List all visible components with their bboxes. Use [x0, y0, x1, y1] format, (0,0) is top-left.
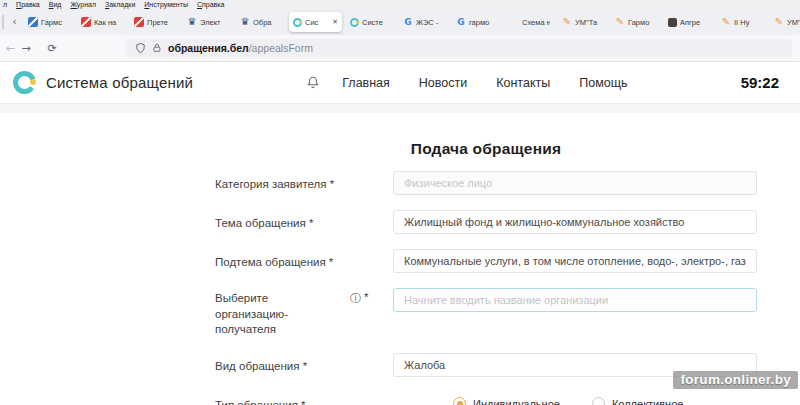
url-domain: обращения.бел [168, 42, 249, 54]
topic-label: Тема обращения * [215, 210, 393, 234]
menu-item[interactable]: Журнал [70, 1, 96, 8]
nav-link[interactable]: Помощь [579, 76, 627, 90]
info-icon[interactable]: ⓘ [350, 291, 361, 306]
browser-tab[interactable]: УМ"Та [770, 12, 800, 32]
url-toolbar: ← → ⟳ обращения.бел /appealsForm [0, 35, 800, 62]
browser-tab[interactable]: Элект [183, 12, 232, 32]
browser-tab[interactable]: Сис ✕ [289, 12, 342, 32]
form-row-topic: Тема обращения * [215, 210, 757, 234]
url-text[interactable]: обращения.бел /appealsForm [168, 42, 313, 54]
browser-tab[interactable]: ЖЭС - [399, 12, 448, 32]
radio-icon[interactable] [592, 397, 605, 405]
menu-item[interactable]: Справка [197, 1, 224, 8]
watermark: forum.onliner.by [673, 371, 798, 389]
tab-favicon [28, 17, 38, 27]
category-label: Категория заявителя * [215, 171, 393, 195]
tab-favicon [240, 17, 250, 27]
tab-title: Гармо [628, 18, 656, 27]
subtopic-label: Подтема обращения * [215, 249, 393, 273]
tab-favicon [456, 17, 466, 27]
tab-title: ЖЭС - [416, 18, 444, 27]
tab-favicon [293, 18, 302, 27]
tab-favicon [774, 17, 784, 27]
shield-icon[interactable] [135, 42, 146, 54]
category-field[interactable] [393, 171, 757, 195]
tab-favicon [134, 17, 144, 27]
browser-tab[interactable]: Апгре [664, 12, 713, 32]
header-separator [0, 103, 800, 113]
tab-title: гармо [469, 18, 497, 27]
browser-tab[interactable]: Гармо [611, 12, 660, 32]
address-bar[interactable]: обращения.бел /appealsForm [126, 39, 792, 58]
organization-field[interactable] [393, 288, 757, 312]
forward-icon[interactable]: → [18, 42, 34, 55]
edge-divider [2, 15, 4, 29]
type-label: Тип обращения * [215, 392, 393, 405]
browser-tab[interactable]: Прете [130, 12, 179, 32]
radio-option[interactable]: Коллективное [592, 395, 684, 405]
menu-item[interactable]: Правка [16, 1, 40, 8]
radio-option[interactable]: Индивидуальное [453, 395, 560, 405]
site-logo-icon[interactable] [13, 71, 36, 94]
category-label-text: Категория заявителя * [215, 177, 334, 193]
site-brand[interactable]: Система обращений [46, 74, 193, 91]
form-row-organization: Выберите организацию-получателя ⓘ * [215, 288, 757, 338]
form-row-subtopic: Подтема обращения * [215, 249, 757, 273]
browser-tab[interactable]: Обра [236, 12, 285, 32]
lock-icon[interactable] [152, 42, 162, 54]
organization-label: Выберите организацию-получателя ⓘ * [215, 288, 393, 338]
type-options: Индивидуальное Коллективное [453, 392, 757, 405]
tab-favicon [81, 17, 91, 27]
nav-link[interactable]: Новости [419, 76, 467, 90]
menu-item[interactable]: Инструменты [144, 1, 188, 8]
browser-window: л ПравкаВидЖурналЗакладкиИнструментыСпра… [0, 0, 800, 405]
menu-item-partial: л [3, 1, 7, 8]
form-row-type: Тип обращения * Индивидуальное Коллектив… [215, 392, 757, 405]
bell-icon[interactable] [306, 75, 320, 90]
browser-tab[interactable]: Гармс [24, 12, 73, 32]
tab-favicon [403, 17, 413, 27]
topic-field[interactable] [393, 210, 757, 234]
browser-tab[interactable]: II Ну [717, 12, 766, 32]
tab-favicon [721, 17, 731, 27]
tab-title: Систе [362, 18, 391, 27]
subtopic-field[interactable] [393, 249, 757, 273]
tab-close-icon[interactable]: ✕ [332, 18, 338, 26]
browser-tab[interactable]: гармо [452, 12, 501, 32]
tab-title: Сис [305, 18, 329, 27]
browser-tab[interactable]: Как на [77, 12, 126, 32]
reload-icon[interactable]: ⟳ [44, 42, 60, 55]
back-icon[interactable]: ← [2, 42, 18, 55]
page-title: Подача обращения [215, 141, 757, 157]
tab-scroll-left-icon[interactable]: ‹ [7, 12, 22, 32]
browser-tab[interactable]: Систе [346, 12, 395, 32]
tab-title: Как на [94, 18, 122, 27]
menu-item[interactable]: Вид [49, 1, 62, 8]
tab-favicon [615, 17, 625, 27]
tab-title: Апгре [680, 18, 709, 27]
browser-tab[interactable]: УМ"Та [558, 12, 607, 32]
session-timer: 59:22 [741, 74, 779, 91]
tab-title: Схема на [522, 18, 550, 27]
tab-title: Гармс [41, 18, 69, 27]
tab-favicon [509, 17, 519, 27]
nav-link[interactable]: Контакты [496, 76, 550, 90]
kind-label-text: Вид обращения * [215, 359, 307, 375]
site-header: Система обращений ГлавнаяНовостиКонтакты… [0, 62, 800, 103]
nav-link[interactable]: Главная [342, 76, 390, 90]
tab-favicon [187, 17, 197, 27]
tab-favicon [562, 17, 572, 27]
tab-title: II Ну [734, 18, 762, 27]
tab-favicon [350, 18, 359, 27]
menu-item[interactable]: Закладки [105, 1, 135, 8]
radio-icon[interactable] [453, 397, 466, 405]
browser-tab[interactable]: Схема на [505, 12, 554, 32]
tab-title: Прете [147, 18, 175, 27]
type-label-text: Тип обращения * [215, 398, 306, 405]
url-path: /appealsForm [249, 42, 313, 54]
tab-favicon [668, 18, 677, 27]
organization-label-text: Выберите организацию-получателя [215, 291, 343, 338]
form-row-category: Категория заявителя * [215, 171, 757, 195]
menu-items: ПравкаВидЖурналЗакладкиИнструментыСправк… [16, 1, 224, 8]
menu-bar: л ПравкаВидЖурналЗакладкиИнструментыСпра… [0, 0, 800, 9]
